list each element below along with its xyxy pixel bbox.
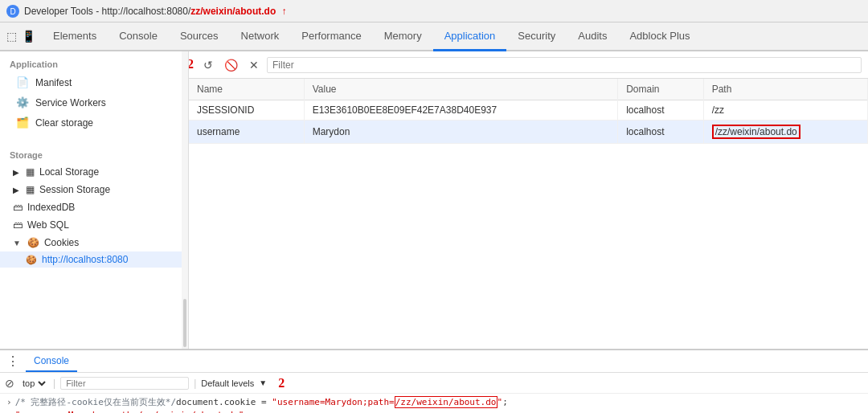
cell-value-1: Marydon xyxy=(304,121,617,144)
tab-console[interactable]: Console xyxy=(108,22,169,51)
separator-2: | xyxy=(194,378,196,389)
local-storage-expand-icon: ▶ xyxy=(13,168,19,177)
semicolon: ; xyxy=(502,397,508,407)
table-body: JSESSIONID E13E3610B0EE8E09EF42E7A38D40E… xyxy=(189,100,868,144)
sidebar: Application 📄 Manifest ⚙️ Service Worker… xyxy=(0,51,189,349)
console-dots-icon[interactable]: ⋮ xyxy=(6,354,19,369)
service-workers-icon: ⚙️ xyxy=(16,96,29,108)
console-filter-input[interactable] xyxy=(60,377,189,390)
sidebar-item-cookie-localhost[interactable]: 🍪 http://localhost:8080 xyxy=(0,251,188,268)
cell-value-0: E13E3610B0EE8E09EF42E7A38D40E937 xyxy=(304,100,617,121)
console-arrow-left: ‹ xyxy=(6,410,12,413)
manifest-label: Manifest xyxy=(35,77,72,88)
local-storage-grid-icon: ▦ xyxy=(26,166,35,178)
table-header: Name Value Domain Path xyxy=(189,79,868,100)
clear-storage-label: Clear storage xyxy=(35,117,93,129)
str-highlight: /zz/weixin/about.do xyxy=(395,396,497,408)
tab-network[interactable]: Network xyxy=(230,22,291,51)
separator-1: | xyxy=(53,378,55,389)
cell-name-0: JSESSIONID xyxy=(189,100,304,121)
service-workers-label: Service Workers xyxy=(35,97,106,108)
console-toolbar: ⊘ top | | Default levels ▼ 2 xyxy=(0,373,868,394)
tab-adblock[interactable]: Adblock Plus xyxy=(618,22,701,51)
content-area: 2 ↺ 🚫 ✕ Name Value Domain Path xyxy=(189,51,868,349)
cell-path-1: /zz/weixin/about.do 4 xyxy=(703,121,867,144)
str-part-1: "username=Marydon;path= xyxy=(272,397,394,407)
table-row[interactable]: JSESSIONID E13E3610B0EE8E09EF42E7A38D40E… xyxy=(189,100,868,121)
filter-input[interactable] xyxy=(267,57,862,73)
tabs-bar: ⬚ 📱 Elements Console Sources Network Per… xyxy=(0,22,868,51)
cell-domain-0: localhost xyxy=(618,100,704,121)
context-selector[interactable]: top xyxy=(19,378,48,389)
console-line-1: › /* 完整路径-cookie仅在当前页生效*/document.cookie… xyxy=(6,395,862,409)
local-storage-label: Local Storage xyxy=(39,166,99,178)
bottom-panel: ⋮ Console ⊘ top | | Default levels ▼ 2 ›… xyxy=(0,349,868,413)
content-toolbar: 2 ↺ 🚫 ✕ xyxy=(189,51,868,79)
tab-performance[interactable]: Performance xyxy=(290,22,372,51)
sidebar-item-clear-storage[interactable]: 🗂️ Clear storage xyxy=(0,112,188,133)
equals-sign: = xyxy=(256,397,272,407)
col-domain: Domain xyxy=(618,79,704,100)
col-path: Path xyxy=(703,79,867,100)
sidebar-scrollbar[interactable] xyxy=(182,51,188,349)
manifest-icon: 📄 xyxy=(16,76,29,88)
web-sql-icon: 🗃 xyxy=(13,219,23,231)
tab-sources[interactable]: Sources xyxy=(169,22,230,51)
inspect-icon[interactable]: ⬚ xyxy=(6,30,17,43)
title-text: Developer Tools - http://localhost:8080/… xyxy=(24,6,287,17)
cookies-icon: 🍪 xyxy=(27,237,39,248)
cell-name-1: username xyxy=(189,121,304,144)
table-header-row: Name Value Domain Path xyxy=(189,79,868,100)
cookies-data-table: Name Value Domain Path JSESSIONID E13E36… xyxy=(189,79,868,144)
table-row[interactable]: username Marydon localhost /zz/weixin/ab… xyxy=(189,121,868,144)
refresh-button[interactable]: ↺ xyxy=(200,57,216,73)
col-value: Value xyxy=(304,79,617,100)
indexeddb-label: IndexedDB xyxy=(27,202,75,213)
tab-application[interactable]: Application xyxy=(433,22,507,51)
session-storage-grid-icon: ▦ xyxy=(26,184,35,195)
console-toolbar-dots[interactable]: ⊘ xyxy=(5,377,14,390)
comment-text: /* 完整路径-cookie仅在当前页生效*/ xyxy=(15,397,176,407)
sidebar-item-web-sql[interactable]: 🗃 Web SQL xyxy=(0,216,188,234)
storage-section-title: Storage xyxy=(0,142,188,163)
clear-storage-icon: 🗂️ xyxy=(16,117,29,129)
cookies-label: Cookies xyxy=(44,237,79,248)
cell-domain-1: localhost xyxy=(618,121,704,144)
annotation-2: 2 xyxy=(189,57,194,72)
sidebar-item-service-workers[interactable]: ⚙️ Service Workers xyxy=(0,92,188,112)
tab-security[interactable]: Security xyxy=(506,22,567,51)
default-levels-arrow[interactable]: ▼ xyxy=(259,378,267,387)
sidebar-item-cookies[interactable]: ▼ 🍪 Cookies xyxy=(0,234,188,251)
indexeddb-icon: 🗃 xyxy=(13,202,23,213)
app-section-title: Application xyxy=(0,51,188,72)
tab-left-icons: ⬚ 📱 xyxy=(0,22,42,50)
close-button[interactable]: ✕ xyxy=(246,57,262,73)
devtools-icon: D xyxy=(6,5,19,18)
sidebar-item-session-storage[interactable]: ▶ ▦ Session Storage xyxy=(0,181,188,198)
web-sql-label: Web SQL xyxy=(27,219,69,231)
doc-cookie: document.cookie xyxy=(176,397,256,407)
sidebar-item-manifest[interactable]: 📄 Manifest xyxy=(0,72,188,92)
tab-memory[interactable]: Memory xyxy=(373,22,433,51)
sidebar-item-indexeddb[interactable]: 🗃 IndexedDB xyxy=(0,198,188,216)
path-highlight-box: /zz/weixin/about.do xyxy=(712,125,800,139)
main-layout: Application 📄 Manifest ⚙️ Service Worker… xyxy=(0,51,868,349)
tab-console-bottom[interactable]: Console xyxy=(26,350,77,372)
console-arrow-right: › xyxy=(6,397,12,407)
default-levels-label[interactable]: Default levels xyxy=(201,378,254,388)
title-bar: D Developer Tools - http://localhost:808… xyxy=(0,0,868,22)
session-storage-label: Session Storage xyxy=(39,184,110,195)
console-code-2: "username=Marydon;path=/zz/weixin/about.… xyxy=(15,410,244,413)
session-storage-expand-icon: ▶ xyxy=(13,186,19,194)
console-line-2: ‹ "username=Marydon;path=/zz/weixin/abou… xyxy=(6,409,862,413)
sidebar-item-local-storage[interactable]: ▶ ▦ Local Storage xyxy=(0,163,188,181)
console-tabs-bar: ⋮ Console xyxy=(0,350,868,373)
tab-audits[interactable]: Audits xyxy=(567,22,618,51)
cookie-sub-icon: 🍪 xyxy=(26,255,37,265)
device-icon[interactable]: 📱 xyxy=(22,30,35,43)
cell-path-0: /zz xyxy=(703,100,867,121)
clear-button[interactable]: 🚫 xyxy=(221,57,241,73)
cookie-table: Name Value Domain Path JSESSIONID E13E36… xyxy=(189,79,868,349)
col-name: Name xyxy=(189,79,304,100)
tab-elements[interactable]: Elements xyxy=(42,22,108,51)
